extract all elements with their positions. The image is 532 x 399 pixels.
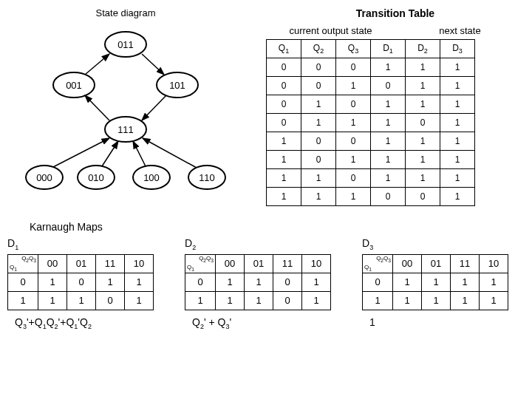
- tt-header-D2: D2: [406, 40, 440, 58]
- tt-header-Q3: Q3: [336, 40, 371, 58]
- karnaugh-maps-container: D1Q2Q3Q1000111100101111101Q3'+Q1Q2'+Q1'Q…: [7, 237, 525, 330]
- tt-header-Q2: Q2: [301, 40, 336, 58]
- node-111: 111: [117, 124, 134, 135]
- table-row: 000111: [267, 58, 475, 77]
- tt-header-Q1: Q1: [267, 40, 301, 58]
- kmap-D1: D1Q2Q3Q1000111100101111101Q3'+Q1Q2'+Q1'Q…: [7, 237, 170, 330]
- kmap-expression: Q2' + Q3': [185, 316, 347, 330]
- state-diagram-section: State diagram 011 001 101 111 000 010: [7, 7, 244, 206]
- node-100: 100: [143, 172, 160, 183]
- kmap-D3: D3Q2Q3Q10001111001111111111: [362, 237, 525, 330]
- tt-header-D3: D3: [440, 40, 475, 58]
- kmap-table: Q2Q3Q1000111100101111101: [7, 254, 154, 310]
- node-010: 010: [88, 172, 104, 183]
- node-110: 110: [199, 172, 215, 183]
- state-diagram-title: State diagram: [7, 7, 244, 18]
- table-row: 101111: [267, 151, 475, 169]
- kmap-label: D1: [7, 237, 170, 251]
- karnaugh-maps-title: Karnaugh Maps: [30, 221, 525, 233]
- transition-table: Q1Q2Q3D1D2D3 000111001011010111011101100…: [266, 39, 475, 206]
- kmap-D2: D2Q2Q3Q1000111100110111101Q2' + Q3': [185, 237, 347, 330]
- node-000: 000: [36, 172, 52, 183]
- current-state-label: current output state: [266, 25, 395, 36]
- svg-line-9: [85, 54, 109, 75]
- table-row: 010111: [267, 95, 475, 114]
- node-011: 011: [117, 39, 134, 50]
- svg-line-11: [142, 95, 166, 120]
- kmap-corner: Q2Q3Q1: [363, 254, 393, 273]
- state-diagram-svg: 011 001 101 111 000 010 100 110: [7, 26, 244, 196]
- svg-line-13: [53, 138, 109, 167]
- table-row: 111001: [267, 188, 475, 206]
- svg-line-16: [143, 138, 197, 168]
- transition-table-title: Transition Table: [266, 7, 525, 19]
- next-state-label: next state: [395, 25, 525, 36]
- transition-table-section: Transition Table current output state ne…: [266, 7, 525, 206]
- kmap-corner: Q2Q3Q1: [8, 254, 38, 273]
- kmap-table: Q2Q3Q1000111100110111101: [185, 254, 331, 310]
- kmap-expression: Q3'+Q1Q2'+Q1'Q2: [7, 316, 170, 330]
- kmap-label: D2: [185, 237, 347, 251]
- table-row: 110111: [267, 169, 475, 188]
- svg-line-15: [133, 141, 146, 166]
- node-101: 101: [169, 80, 185, 91]
- svg-line-14: [102, 141, 118, 166]
- kmap-table: Q2Q3Q1000111100111111111: [362, 254, 508, 310]
- table-row: 100111: [267, 132, 475, 151]
- table-row: 011101: [267, 114, 475, 132]
- tt-header-D1: D1: [371, 40, 406, 58]
- svg-line-10: [142, 54, 164, 75]
- kmap-corner: Q2Q3Q1: [185, 254, 216, 273]
- kmap-expression: 1: [362, 316, 525, 328]
- node-001: 001: [66, 80, 82, 91]
- kmap-label: D3: [362, 237, 525, 251]
- table-row: 001011: [267, 77, 475, 95]
- svg-line-12: [85, 95, 109, 120]
